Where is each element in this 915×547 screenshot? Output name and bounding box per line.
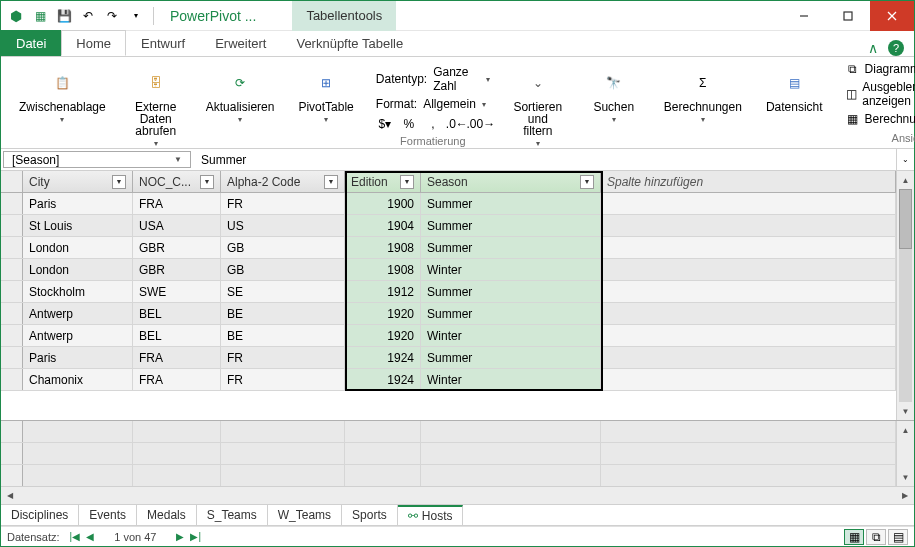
table-row[interactable]: StockholmSWESE1912Summer xyxy=(1,281,896,303)
row-header[interactable] xyxy=(1,325,23,346)
cell-noc[interactable]: BEL xyxy=(133,325,221,346)
cell-add[interactable] xyxy=(601,303,896,324)
col-header-edition[interactable]: Edition▼ xyxy=(345,171,421,192)
cell-edition[interactable]: 1924 xyxy=(345,369,421,390)
calc-vertical-scrollbar[interactable]: ▲▼ xyxy=(896,421,914,486)
excel-icon[interactable]: ▦ xyxy=(29,5,51,27)
calculations-button[interactable]: Σ Berechnungen ▾ xyxy=(660,61,746,126)
cell-alpha2[interactable]: FR xyxy=(221,369,345,390)
table-row[interactable]: ParisFRAFR1900Summer xyxy=(1,193,896,215)
row-header[interactable] xyxy=(1,281,23,302)
tab-advanced[interactable]: Erweitert xyxy=(200,30,281,56)
cell-add[interactable] xyxy=(601,347,896,368)
clipboard-button[interactable]: 📋 Zwischenablage ▾ xyxy=(15,61,110,126)
row-header[interactable] xyxy=(1,303,23,324)
cell-season[interactable]: Winter xyxy=(421,325,601,346)
cell-city[interactable]: Chamonix xyxy=(23,369,133,390)
table-row[interactable]: LondonGBRGB1908Winter xyxy=(1,259,896,281)
filter-icon[interactable]: ▼ xyxy=(400,175,414,189)
select-all-corner[interactable] xyxy=(1,171,23,192)
cell-alpha2[interactable]: FR xyxy=(221,193,345,214)
percent-format-icon[interactable]: % xyxy=(400,115,418,133)
horizontal-scrollbar[interactable]: ◀ ▶ xyxy=(1,486,914,504)
row-header[interactable] xyxy=(1,215,23,236)
minimize-button[interactable] xyxy=(782,1,826,31)
find-button[interactable]: 🔭 Suchen ▾ xyxy=(584,61,644,126)
table-row[interactable]: LondonGBRGB1908Summer xyxy=(1,237,896,259)
cell-season[interactable]: Summer xyxy=(421,347,601,368)
get-external-data-button[interactable]: 🗄 Externe Daten abrufen ▾ xyxy=(126,61,186,150)
last-record-icon[interactable]: ▶| xyxy=(190,531,201,542)
name-box[interactable]: [Season] ▼ xyxy=(3,151,191,168)
cell-city[interactable]: London xyxy=(23,259,133,280)
cell-add[interactable] xyxy=(601,369,896,390)
datatype-selector[interactable]: Datentyp: Ganze Zahl ▾ xyxy=(376,63,490,95)
cell-noc[interactable]: BEL xyxy=(133,303,221,324)
cell-edition[interactable]: 1908 xyxy=(345,237,421,258)
cell-season[interactable]: Summer xyxy=(421,193,601,214)
cell-noc[interactable]: SWE xyxy=(133,281,221,302)
first-record-icon[interactable]: |◀ xyxy=(70,531,81,542)
cell-city[interactable]: St Louis xyxy=(23,215,133,236)
tab-design[interactable]: Entwurf xyxy=(126,30,200,56)
col-header-season[interactable]: Season▼ xyxy=(421,171,601,192)
show-hidden-button[interactable]: ◫Ausgeblendete anzeigen xyxy=(841,78,915,110)
cell-edition[interactable]: 1920 xyxy=(345,303,421,324)
cell-noc[interactable]: USA xyxy=(133,215,221,236)
calculation-area[interactable]: ▲▼ xyxy=(1,420,914,486)
cell-noc[interactable]: FRA xyxy=(133,369,221,390)
filter-icon[interactable]: ▼ xyxy=(580,175,594,189)
context-tab-label[interactable]: Tabellentools xyxy=(292,1,396,31)
cell-add[interactable] xyxy=(601,237,896,258)
table-row[interactable]: ParisFRAFR1924Summer xyxy=(1,347,896,369)
row-header[interactable] xyxy=(1,259,23,280)
cell-add[interactable] xyxy=(601,281,896,302)
calc-area-toggle-icon[interactable]: ▤ xyxy=(888,529,908,545)
formula-expand-icon[interactable]: ⌄ xyxy=(896,149,914,170)
cell-alpha2[interactable]: BE xyxy=(221,303,345,324)
data-view-button[interactable]: ▤ Datensicht xyxy=(762,61,827,115)
save-icon[interactable]: 💾 xyxy=(53,5,75,27)
filter-icon[interactable]: ▼ xyxy=(200,175,214,189)
pivottable-button[interactable]: ⊞ PivotTable ▾ xyxy=(294,61,357,126)
help-icon[interactable]: ? xyxy=(888,40,904,56)
formula-input[interactable]: Summer xyxy=(193,149,896,170)
scroll-down-icon[interactable]: ▼ xyxy=(897,402,914,420)
decrease-decimal-icon[interactable]: .00→ xyxy=(472,115,490,133)
cell-alpha2[interactable]: GB xyxy=(221,259,345,280)
undo-icon[interactable]: ↶ xyxy=(77,5,99,27)
add-column-header[interactable]: Spalte hinzufügen xyxy=(601,171,896,192)
table-row[interactable]: AntwerpBELBE1920Winter xyxy=(1,325,896,347)
row-header[interactable] xyxy=(1,237,23,258)
cell-city[interactable]: Paris xyxy=(23,347,133,368)
collapse-ribbon-icon[interactable]: ∧ xyxy=(868,40,878,56)
vertical-scrollbar[interactable]: ▲ ▼ xyxy=(896,171,914,420)
cell-edition[interactable]: 1920 xyxy=(345,325,421,346)
cell-season[interactable]: Summer xyxy=(421,281,601,302)
comma-format-icon[interactable]: , xyxy=(424,115,442,133)
table-row[interactable]: St LouisUSAUS1904Summer xyxy=(1,215,896,237)
table-row[interactable]: ChamonixFRAFR1924Winter xyxy=(1,369,896,391)
cell-alpha2[interactable]: US xyxy=(221,215,345,236)
sheet-tab-events[interactable]: Events xyxy=(79,505,137,525)
diagram-view-icon[interactable]: ⧉ xyxy=(866,529,886,545)
prev-record-icon[interactable]: ◀ xyxy=(86,531,94,542)
table-row[interactable]: AntwerpBELBE1920Summer xyxy=(1,303,896,325)
filter-icon[interactable]: ▼ xyxy=(324,175,338,189)
scroll-thumb[interactable] xyxy=(899,189,912,249)
cell-edition[interactable]: 1908 xyxy=(345,259,421,280)
cell-noc[interactable]: GBR xyxy=(133,259,221,280)
close-button[interactable] xyxy=(870,1,914,31)
format-selector[interactable]: Format: Allgemein ▾ xyxy=(376,95,486,113)
tab-file[interactable]: Datei xyxy=(1,30,61,56)
col-header-noc[interactable]: NOC_C...▼ xyxy=(133,171,221,192)
cell-add[interactable] xyxy=(601,259,896,280)
grid-view-icon[interactable]: ▦ xyxy=(844,529,864,545)
cell-season[interactable]: Summer xyxy=(421,303,601,324)
cell-add[interactable] xyxy=(601,325,896,346)
cell-season[interactable]: Summer xyxy=(421,237,601,258)
cell-city[interactable]: Stockholm xyxy=(23,281,133,302)
row-header[interactable] xyxy=(1,193,23,214)
sheet-tab-disciplines[interactable]: Disciplines xyxy=(1,505,79,525)
cell-edition[interactable]: 1900 xyxy=(345,193,421,214)
